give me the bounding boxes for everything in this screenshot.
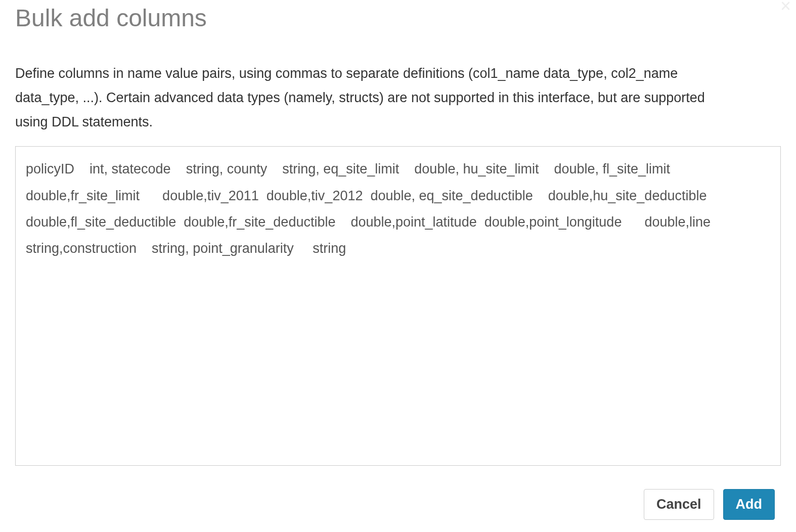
dialog-title: Bulk add columns	[15, 0, 781, 47]
dialog-description: Define columns in name value pairs, usin…	[15, 47, 713, 146]
dialog-footer: Cancel Add	[644, 489, 775, 520]
columns-textarea-wrap	[15, 146, 781, 468]
bulk-add-columns-dialog: × Bulk add columns Define columns in nam…	[0, 0, 796, 468]
close-icon[interactable]: ×	[780, 0, 791, 15]
cancel-button[interactable]: Cancel	[644, 489, 714, 520]
add-button[interactable]: Add	[723, 489, 775, 520]
columns-textarea[interactable]	[15, 146, 781, 466]
